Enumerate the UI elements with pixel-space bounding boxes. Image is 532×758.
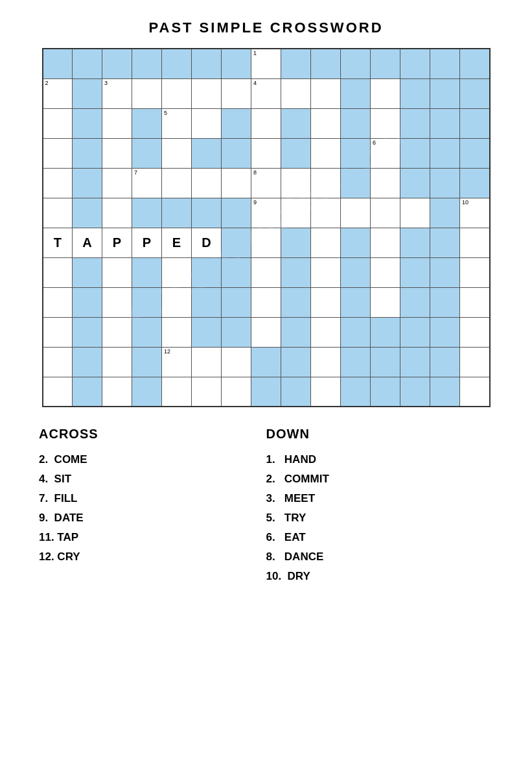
cell-r9c1 — [43, 287, 73, 317]
cell-r4c12: 6 — [371, 138, 400, 168]
cell-r6c8: 9 — [251, 198, 281, 228]
cell-r11c5: 12 — [162, 347, 192, 377]
cell-r9c13 — [400, 287, 430, 317]
cell-r2c6 — [192, 78, 222, 108]
cell-r12c7 — [222, 377, 251, 407]
cell-r5c1 — [43, 168, 73, 198]
cell-r6c14 — [430, 198, 460, 228]
cell-r5c3 — [102, 168, 132, 198]
cell-r4c2 — [73, 138, 102, 168]
cell-r2c2 — [73, 78, 102, 108]
cell-r1c10 — [311, 49, 341, 78]
down-heading: DOWN — [266, 427, 494, 442]
cell-r12c1 — [43, 377, 73, 407]
cell-r8c7 — [222, 257, 251, 287]
cell-r7c1: T — [43, 228, 73, 257]
cell-r7c13 — [400, 228, 430, 257]
cell-r6c15: 10 — [460, 198, 490, 228]
across-clues: ACROSS 2. COME 4. SIT 7. FILL 9. DATE 11… — [39, 427, 266, 589]
cell-r11c7 — [222, 347, 251, 377]
cell-r1c15 — [460, 49, 490, 78]
cell-r8c12 — [371, 257, 400, 287]
cell-r11c11 — [341, 347, 371, 377]
clue-down-5: 5. TRY — [266, 512, 494, 525]
cell-r7c2: A — [73, 228, 102, 257]
cell-r4c13 — [400, 138, 430, 168]
cell-r7c12 — [371, 228, 400, 257]
cell-r5c5 — [162, 168, 192, 198]
cell-r11c12 — [371, 347, 400, 377]
cell-r7c6: D — [192, 228, 222, 257]
cell-r1c12 — [371, 49, 400, 78]
cell-r11c3 — [102, 347, 132, 377]
cell-r1c3 — [102, 49, 132, 78]
cell-r7c7 — [222, 228, 251, 257]
cell-r10c1 — [43, 317, 73, 347]
cell-r4c4 — [132, 138, 162, 168]
cell-r10c12 — [371, 317, 400, 347]
cell-r2c7 — [222, 78, 251, 108]
cell-r12c2 — [73, 377, 102, 407]
cell-r12c6 — [192, 377, 222, 407]
cell-r10c2 — [73, 317, 102, 347]
cell-r3c9 — [281, 108, 311, 138]
cell-r6c6 — [192, 198, 222, 228]
cell-r4c1 — [43, 138, 73, 168]
cell-r6c13 — [400, 198, 430, 228]
cell-r10c7 — [222, 317, 251, 347]
cell-r8c6 — [192, 257, 222, 287]
cell-r4c7 — [222, 138, 251, 168]
cell-r12c12 — [371, 377, 400, 407]
cell-r6c1 — [43, 198, 73, 228]
cell-r11c15 — [460, 347, 490, 377]
cell-r2c4 — [132, 78, 162, 108]
cell-r6c3 — [102, 198, 132, 228]
cell-r2c3: 3 — [102, 78, 132, 108]
cell-r5c10 — [311, 168, 341, 198]
cell-r10c6 — [192, 317, 222, 347]
cell-r4c8 — [251, 138, 281, 168]
cell-r10c11 — [341, 317, 371, 347]
cell-r3c8 — [251, 108, 281, 138]
cell-r7c14 — [430, 228, 460, 257]
cell-r11c10 — [311, 347, 341, 377]
cell-r10c10 — [311, 317, 341, 347]
cell-r5c13 — [400, 168, 430, 198]
cell-r1c11 — [341, 49, 371, 78]
cell-r12c11 — [341, 377, 371, 407]
cell-r3c3 — [102, 108, 132, 138]
cell-r1c8: 1 — [251, 49, 281, 78]
cell-r9c14 — [430, 287, 460, 317]
cell-r5c11 — [341, 168, 371, 198]
cell-r3c7 — [222, 108, 251, 138]
cell-r5c6 — [192, 168, 222, 198]
cell-r11c8 — [251, 347, 281, 377]
cell-r9c4 — [132, 287, 162, 317]
clue-across-12: 12. CRY — [39, 551, 266, 563]
cell-r11c4 — [132, 347, 162, 377]
clue-down-10: 10. DRY — [266, 570, 494, 583]
cell-r3c6 — [192, 108, 222, 138]
cell-r11c13 — [400, 347, 430, 377]
cell-r1c2 — [73, 49, 102, 78]
cell-r4c6 — [192, 138, 222, 168]
cell-r7c8 — [251, 228, 281, 257]
cell-r11c9 — [281, 347, 311, 377]
cell-r12c4 — [132, 377, 162, 407]
cell-r1c5 — [162, 49, 192, 78]
page-title: PAST SIMPLE CROSSWORD — [26, 19, 506, 36]
cell-r8c5 — [162, 257, 192, 287]
cell-r7c4: P — [132, 228, 162, 257]
clue-down-2: 2. COMMIT — [266, 473, 494, 486]
cell-r6c5 — [162, 198, 192, 228]
clue-across-2: 2. COME — [39, 453, 266, 466]
cell-r11c2 — [73, 347, 102, 377]
cell-r5c14 — [430, 168, 460, 198]
cell-r9c12 — [371, 287, 400, 317]
cell-r10c3 — [102, 317, 132, 347]
cell-r9c6 — [192, 287, 222, 317]
cell-r2c8: 4 — [251, 78, 281, 108]
cell-r10c4 — [132, 317, 162, 347]
cell-r8c4 — [132, 257, 162, 287]
clues-section: ACROSS 2. COME 4. SIT 7. FILL 9. DATE 11… — [26, 427, 506, 589]
